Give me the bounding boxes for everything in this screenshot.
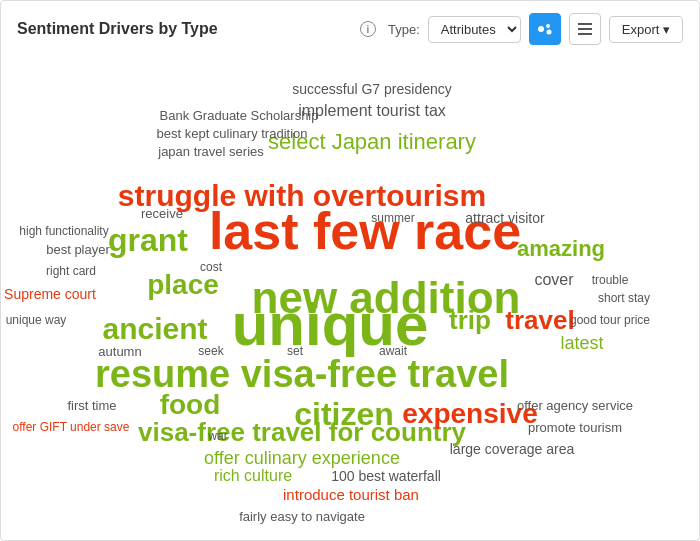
word-cloud-item: Supreme court: [4, 287, 96, 301]
word-cloud-item: promote tourism: [528, 421, 622, 434]
word-cloud-item: offer culinary experience: [204, 449, 400, 467]
sentiment-drivers-panel: Sentiment Drivers by Type i Type: Attrib…: [0, 0, 700, 541]
word-cloud-item: best player: [46, 243, 110, 256]
word-cloud-item: autumn: [98, 345, 141, 358]
word-cloud-item: cover: [534, 272, 573, 288]
type-label: Type:: [388, 22, 420, 37]
table-view-btn[interactable]: [569, 13, 601, 45]
word-cloud-item: rich culture: [214, 468, 292, 484]
word-cloud-item: large coverage area: [450, 442, 575, 456]
word-cloud-item: grant: [108, 224, 188, 256]
word-cloud-item: trouble: [592, 274, 629, 286]
header-controls: Type: Attributes Topics Themes: [388, 13, 683, 45]
word-cloud-item: first time: [67, 398, 116, 411]
svg-rect-4: [578, 28, 592, 30]
word-cloud-item: cost: [200, 261, 222, 273]
svg-point-2: [546, 30, 551, 35]
word-cloud-item: fairly easy to navigate: [239, 510, 365, 523]
word-cloud-item: high functionality: [19, 225, 108, 237]
word-cloud-item: ancient: [102, 314, 207, 344]
word-cloud-item: place: [147, 271, 219, 299]
info-icon[interactable]: i: [360, 21, 376, 37]
word-cloud-item: unique way: [6, 314, 67, 326]
word-cloud-item: Bank Graduate Scholarship: [160, 109, 319, 122]
word-cloud-item: introduce tourist ban: [283, 487, 419, 502]
word-cloud-item: right card: [46, 265, 96, 277]
panel-header: Sentiment Drivers by Type i Type: Attrib…: [1, 1, 699, 53]
word-cloud-item: latest: [560, 334, 603, 352]
word-cloud-item: seek: [198, 345, 223, 357]
word-cloud-item: set: [287, 345, 303, 357]
word-cloud-item: offer agency service: [517, 398, 633, 411]
type-select[interactable]: Attributes Topics Themes: [428, 16, 521, 43]
word-cloud-item: summer: [371, 212, 414, 224]
word-cloud-item: good tour price: [570, 314, 650, 326]
word-cloud-item: attract visitor: [465, 211, 544, 225]
word-cloud-item: receive: [141, 207, 183, 220]
panel-title: Sentiment Drivers by Type: [17, 20, 356, 38]
word-cloud: last few racenew additionuniqueresume vi…: [1, 53, 699, 540]
svg-point-0: [538, 26, 544, 32]
word-cloud-item: 100 best waterfall: [331, 469, 441, 483]
word-cloud-item: citizen: [294, 398, 394, 430]
word-cloud-item: travel: [505, 307, 574, 333]
word-cloud-item: amazing: [517, 238, 605, 260]
word-cloud-item: implement tourist tax: [298, 103, 446, 119]
word-cloud-item: food: [160, 391, 221, 419]
svg-point-1: [546, 24, 550, 28]
word-cloud-item: successful G7 presidency: [292, 82, 452, 96]
svg-rect-3: [578, 23, 592, 25]
word-cloud-item: japan travel series: [158, 145, 264, 158]
word-cloud-item: short stay: [598, 292, 650, 304]
word-cloud-item: best kept culinary tradition: [156, 127, 307, 140]
word-cloud-item: war: [208, 430, 227, 442]
word-cloud-item: trip: [449, 307, 491, 333]
export-button[interactable]: Export ▾: [609, 16, 683, 43]
word-cloud-item: offer GIFT under save: [13, 421, 130, 433]
word-cloud-item: await: [379, 345, 407, 357]
svg-rect-5: [578, 33, 592, 35]
word-cloud-item: resume visa-free travel: [95, 355, 509, 393]
bubble-chart-btn[interactable]: [529, 13, 561, 45]
